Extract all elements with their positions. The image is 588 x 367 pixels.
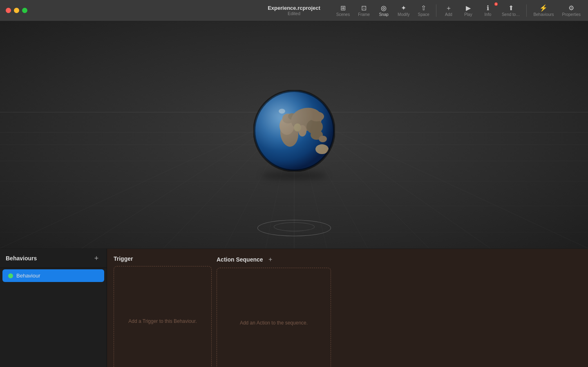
scenes-icon: ⊞ [340, 5, 346, 11]
trigger-section: Trigger Add a Trigger to this Behaviour. [114, 255, 212, 367]
behaviour-item[interactable]: Behaviour [2, 269, 104, 282]
modify-icon: ✦ [401, 5, 406, 11]
action-dropzone[interactable]: Add an Action to the sequence. [217, 268, 331, 367]
properties-icon: ⚙ [568, 5, 574, 11]
trigger-title: Trigger [114, 255, 133, 262]
add-icon: ＋ [445, 5, 452, 11]
toolbar-frame[interactable]: ⊡ Frame [355, 3, 373, 18]
info-label: Info [485, 12, 492, 17]
info-icon: ℹ [487, 5, 489, 11]
behaviour-name: Behaviour [16, 273, 40, 279]
project-name: Experience.rcproject [268, 5, 320, 11]
behaviours-icon: ⚡ [539, 5, 548, 11]
add-label: Add [445, 12, 452, 17]
globe-svg [253, 90, 335, 172]
toolbar-send[interactable]: ⬆ Send to… [499, 3, 523, 18]
frame-label: Frame [358, 12, 370, 17]
play-icon: ▶ [466, 5, 471, 11]
globe-shadow [262, 172, 327, 180]
trigger-dropzone[interactable]: Add a Trigger to this Behaviour. [114, 266, 212, 367]
send-icon: ⬆ [508, 5, 514, 11]
action-section: Action Sequence + Add an Action to the s… [217, 255, 331, 367]
action-add-button[interactable]: + [266, 255, 275, 264]
sidebar-add-button[interactable]: + [92, 254, 101, 263]
project-status: Edited [268, 11, 320, 16]
behaviours-label: Behaviours [533, 12, 554, 17]
toolbar-scenes[interactable]: ⊞ Scenes [333, 3, 353, 18]
toolbar-modify[interactable]: ✦ Modify [394, 3, 413, 18]
toolbar-play[interactable]: ▶ Play [459, 3, 477, 18]
toolbar-info[interactable]: ℹ 1 Info [479, 3, 497, 18]
play-label: Play [464, 12, 472, 17]
ground-ring-inner [274, 222, 315, 231]
behaviour-status-dot [8, 273, 13, 278]
globe-container [253, 90, 335, 172]
modify-label: Modify [398, 12, 409, 17]
sidebar-title: Behaviours [6, 255, 37, 262]
snap-label: Snap [379, 12, 388, 17]
toolbar: ⊞ Scenes ⊡ Frame ◎ Snap ✦ Modify ⇧ Space… [329, 0, 588, 21]
frame-icon: ⊡ [361, 5, 367, 11]
viewport[interactable] [0, 21, 588, 248]
toolbar-add[interactable]: ＋ Add [440, 3, 458, 18]
toolbar-space[interactable]: ⇧ Space [415, 3, 433, 18]
space-icon: ⇧ [421, 5, 426, 11]
snap-icon: ◎ [381, 5, 387, 11]
title-info: Experience.rcproject Edited [268, 5, 320, 16]
toolbar-separator-2 [526, 4, 527, 17]
send-label: Send to… [502, 12, 520, 17]
maximize-button[interactable] [22, 8, 27, 13]
toolbar-behaviours[interactable]: ⚡ Behaviours [530, 3, 557, 18]
toolbar-properties[interactable]: ⚙ Properties [559, 3, 584, 18]
sidebar: Behaviours + Behaviour [0, 249, 107, 367]
action-header: Action Sequence + [217, 255, 331, 264]
trigger-header: Trigger [114, 255, 212, 262]
action-placeholder: Add an Action to the sequence. [240, 320, 308, 326]
trigger-placeholder: Add a Trigger to this Behaviour. [128, 318, 197, 324]
bottom-panel: Behaviours + Behaviour Trigger Add a Tri… [0, 248, 588, 367]
scenes-label: Scenes [336, 12, 350, 17]
properties-label: Properties [562, 12, 581, 17]
close-button[interactable] [6, 8, 11, 13]
space-label: Space [418, 12, 429, 17]
info-badge: 1 [494, 2, 498, 6]
action-title: Action Sequence [217, 256, 263, 263]
toolbar-snap[interactable]: ◎ Snap [375, 3, 393, 18]
minimize-button[interactable] [14, 8, 19, 13]
main-content: Trigger Add a Trigger to this Behaviour.… [107, 249, 588, 367]
toolbar-separator-1 [436, 4, 436, 17]
window-controls [0, 8, 33, 13]
titlebar: Experience.rcproject Edited ⊞ Scenes ⊡ F… [0, 0, 588, 21]
sidebar-header: Behaviours + [0, 249, 107, 268]
